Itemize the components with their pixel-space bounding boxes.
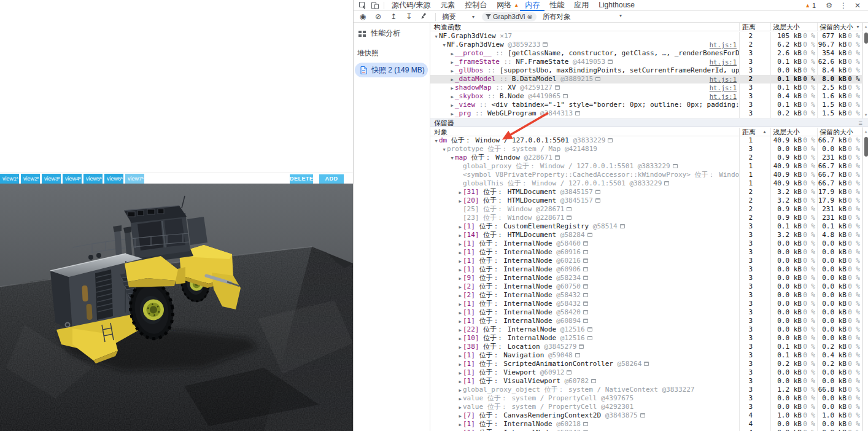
reveal-object-icon[interactable] — [640, 413, 645, 417]
expand-icon[interactable]: ▶ — [457, 188, 463, 196]
heap-row[interactable]: ▶value 位于： system / PropertyCell @439767… — [430, 394, 862, 403]
reveal-object-icon[interactable] — [664, 181, 669, 185]
expand-icon[interactable]: ▶ — [457, 360, 463, 368]
expand-icon[interactable]: ▶ — [457, 231, 463, 239]
tab-性能[interactable]: 性能 — [544, 0, 569, 11]
view-tab[interactable]: view4× — [63, 174, 82, 184]
tab-应用[interactable]: 应用 — [569, 0, 594, 11]
reveal-object-icon[interactable] — [567, 370, 572, 375]
expand-icon[interactable]: ▶ — [449, 93, 455, 101]
heap-row[interactable]: ▶[1] 位于： InternalNode @6021840.0 kB0 %0.… — [430, 420, 862, 429]
source-link[interactable]: ht.js:1 — [707, 92, 737, 101]
reveal-object-icon[interactable] — [563, 94, 568, 98]
expand-icon[interactable]: ▶ — [449, 101, 455, 109]
heap-row[interactable]: ▶_skybox :: B.Node @4419065ht.js:130.4 k… — [430, 92, 862, 101]
source-link[interactable]: ht.js:1 — [707, 58, 737, 66]
heap-row[interactable]: ▶[1] 位于： InternalNode @6089430.0 kB0 %0.… — [430, 317, 862, 325]
viewer-canvas[interactable] — [0, 184, 353, 431]
expand-icon[interactable]: ▶ — [457, 223, 463, 231]
heap-row[interactable]: ▶[9] 位于： InternalNode @5823430.0 kB0 %0.… — [430, 274, 862, 282]
reveal-object-icon[interactable] — [583, 284, 588, 289]
heap-row[interactable]: ▶[1] 位于： InternalNode @5846030.0 kB0 %0.… — [430, 239, 862, 248]
heap-row[interactable]: ▶[1] 位于： InternalNode @5824240.0 kB0 %0.… — [430, 429, 862, 431]
expand-icon[interactable]: ▶ — [457, 197, 463, 205]
source-link[interactable]: ht.js:1 — [707, 83, 737, 92]
snapshot-list-item[interactable]: 快照 2 (149 MB) — [355, 63, 428, 77]
expand-icon[interactable]: ▶ — [449, 58, 455, 66]
view-tab[interactable]: view7× — [125, 174, 144, 184]
expand-icon[interactable]: ▶ — [449, 76, 455, 83]
heap-row[interactable]: ▶_glUbos :: [supportsUbo, maxBindingPoin… — [430, 66, 862, 75]
add-view-button[interactable]: ADD — [319, 174, 344, 184]
heap-row[interactable]: ▶_prg :: WebGLProgram @384431330.2 kB0 %… — [430, 109, 862, 118]
expand-icon[interactable]: ▶ — [457, 309, 463, 317]
heap-row[interactable]: ▶[1] 位于： InternalNode @6021630.0 kB0 %0.… — [430, 257, 862, 265]
heap-row[interactable]: ▶global_proxy_object 位于： system / Native… — [430, 386, 862, 394]
heap-row[interactable]: global_proxy 位于： Window / 127.0.0.1:5501… — [430, 162, 862, 171]
expand-icon[interactable]: ▶ — [457, 386, 463, 394]
heap-row[interactable]: ▶[31] 位于： HTMLDocument @384515723.2 kB0 … — [430, 188, 862, 196]
clear-filter-icon[interactable]: ⊗ — [527, 13, 532, 21]
reveal-object-icon[interactable] — [567, 207, 572, 211]
tab-Lighthouse[interactable]: Lighthouse — [594, 0, 640, 11]
reveal-object-icon[interactable] — [583, 250, 588, 254]
reveal-object-icon[interactable] — [543, 42, 548, 47]
close-devtools-icon[interactable]: ✕ — [854, 1, 861, 10]
heap-row[interactable]: ▶[1] 位于： CustomElementRegistry @5851430.… — [430, 222, 862, 231]
heap-row[interactable]: ▼NF.Graph3dView ×172105 kB0 %677 kB0 % — [430, 32, 862, 41]
view-tab[interactable]: view3× — [42, 174, 61, 184]
profiles-header[interactable]: 性能分析 — [358, 28, 430, 39]
heap-row[interactable]: ▶__proto__ :: [getClassName, constructor… — [430, 49, 862, 58]
heap-row[interactable]: ▼prototype 位于： system / Map @421481930.0… — [430, 145, 862, 153]
heap-row[interactable]: ▶[22] 位于： InternalNode @1251630.0 kB0 %0… — [430, 325, 862, 334]
reveal-object-icon[interactable] — [583, 276, 588, 280]
tab-网络[interactable]: 网络 — [492, 0, 516, 11]
heap-row[interactable]: ▶[7] 位于： CanvasRenderingContext2D @38438… — [430, 411, 862, 420]
expand-icon[interactable]: ▶ — [457, 378, 463, 386]
expand-icon[interactable]: ▶ — [457, 343, 463, 351]
load-profile-icon[interactable]: ↥ — [389, 12, 398, 21]
reveal-object-icon[interactable] — [575, 111, 580, 115]
class-filter-chip[interactable]: Graph3dVi ⊗ — [482, 12, 537, 21]
issues-warning-badge[interactable]: ▲ 1 — [805, 2, 816, 9]
reveal-object-icon[interactable] — [583, 301, 588, 306]
heap-row[interactable]: ▶[1] 位于： VisualViewport @6078230.0 kB0 %… — [430, 377, 862, 386]
heap-row[interactable]: <symbol V8PrivateProperty::CachedAccesso… — [430, 171, 862, 179]
expand-icon[interactable]: ▶ — [457, 283, 463, 291]
delete-view-button[interactable]: DELETE — [290, 174, 313, 184]
close-tab-icon[interactable]: × — [120, 173, 123, 183]
collapse-icon[interactable]: ▼ — [433, 33, 439, 41]
constructors-header-row[interactable]: 构造函数 距离 浅层大小 保留的大小 ▼ — [430, 23, 862, 31]
close-tab-icon[interactable]: × — [141, 173, 144, 183]
scroll-up-icon[interactable]: ▲ — [863, 24, 868, 28]
heap-row[interactable]: ▶[1] 位于： ScriptedAnimationController @58… — [430, 360, 862, 368]
expand-icon[interactable]: ▶ — [457, 274, 463, 282]
heap-row[interactable]: ▶[1] 位于： InternalNode @6091630.0 kB0 %0.… — [430, 248, 862, 257]
scroll-down-icon[interactable]: ▼ — [863, 112, 868, 117]
view-tab[interactable]: view5× — [83, 174, 103, 184]
tab-元素[interactable]: 元素 — [435, 0, 460, 11]
scroll-up-icon[interactable]: ▲ — [863, 129, 868, 133]
heap-row[interactable]: ▼map 位于： Window @22867120.9 kB0 %231 kB0… — [430, 153, 862, 162]
heap-row[interactable]: ▶[1] 位于： InternalNode @5843230.0 kB0 %0.… — [430, 300, 862, 308]
source-link[interactable]: ht.js:1 — [707, 41, 737, 49]
retainers-header-row[interactable]: 对象 距离 ▲ 浅层大小 保留的大小 — [430, 128, 862, 136]
perspective-select[interactable]: 摘要 ▾ — [442, 12, 475, 21]
constructors-scrollbar-thumb[interactable] — [864, 33, 868, 44]
reveal-object-icon[interactable] — [673, 164, 678, 168]
heap-row[interactable]: [25] 位于： Window @22867120.9 kB0 %231 kB0… — [430, 205, 862, 214]
heap-row[interactable]: ▶[10] 位于： InternalNode @1251630.0 kB0 %0… — [430, 334, 862, 343]
clear-all-brush-icon[interactable] — [420, 12, 428, 21]
close-tab-icon[interactable]: × — [37, 173, 39, 183]
expand-icon[interactable]: ▶ — [449, 110, 455, 118]
reveal-object-icon[interactable] — [583, 241, 588, 246]
collapse-icon[interactable]: ▼ — [441, 146, 447, 153]
expand-icon[interactable]: ▶ — [449, 84, 455, 92]
view-tab[interactable]: view6× — [104, 174, 123, 184]
reveal-object-icon[interactable] — [644, 362, 649, 366]
tab-内存[interactable]: 内存 — [520, 0, 544, 11]
reveal-object-icon[interactable] — [608, 60, 613, 64]
expand-icon[interactable]: ▶ — [457, 412, 463, 420]
close-tab-icon[interactable]: × — [16, 173, 18, 183]
retainers-scrollbar-thumb[interactable] — [864, 137, 868, 157]
